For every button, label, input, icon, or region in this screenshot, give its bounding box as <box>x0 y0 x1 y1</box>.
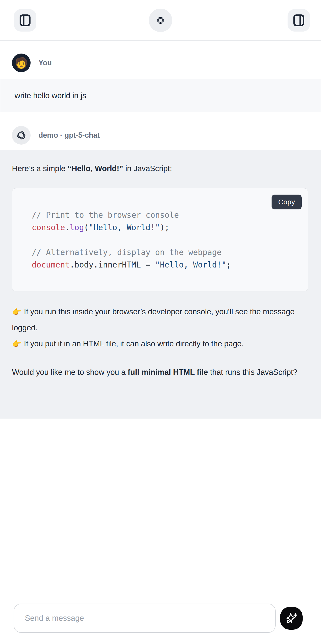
starburst-logo-icon <box>156 16 165 25</box>
person-emoji-icon: 🧑 <box>15 58 28 68</box>
sidebar-toggle-button[interactable] <box>14 9 36 32</box>
top-bar <box>0 0 321 41</box>
user-author-label: You <box>38 58 52 67</box>
user-avatar: 🧑 <box>12 54 30 72</box>
code-content: // Print to the browser consoleconsole.l… <box>12 188 308 271</box>
assistant-author-row: demo · gpt-5-chat <box>0 126 321 145</box>
user-message-bubble: write hello world in js <box>0 79 321 112</box>
user-author-row: 🧑 You <box>0 54 321 72</box>
code-block: Copy // Print to the browser consolecons… <box>12 188 308 292</box>
panel-right-icon <box>293 14 304 26</box>
assistant-author-label: demo · gpt-5-chat <box>38 131 100 140</box>
assistant-avatar <box>12 126 30 145</box>
user-message: 🧑 You write hello world in js <box>0 54 321 112</box>
assistant-message-body: Here’s a simple “Hello, World!” in JavaS… <box>0 150 321 418</box>
assistant-question-text: Would you like me to show you a full min… <box>12 364 309 380</box>
send-button[interactable] <box>280 607 303 630</box>
starburst-logo-icon <box>16 130 27 141</box>
sparkle-icon <box>285 612 298 624</box>
assistant-tips-text: 👉 If you run this inside your browser’s … <box>12 304 309 352</box>
copy-code-button[interactable]: Copy <box>272 194 302 210</box>
app-logo-button[interactable] <box>149 8 172 32</box>
user-message-text: write hello world in js <box>14 91 86 100</box>
panel-left-icon <box>19 14 30 26</box>
assistant-intro-text: Here’s a simple “Hello, World!” in JavaS… <box>12 150 309 174</box>
message-input[interactable] <box>13 604 276 633</box>
composer-bar <box>0 592 321 644</box>
right-panel-toggle-button[interactable] <box>288 9 310 32</box>
assistant-message: demo · gpt-5-chat Here’s a simple “Hello… <box>0 126 321 418</box>
